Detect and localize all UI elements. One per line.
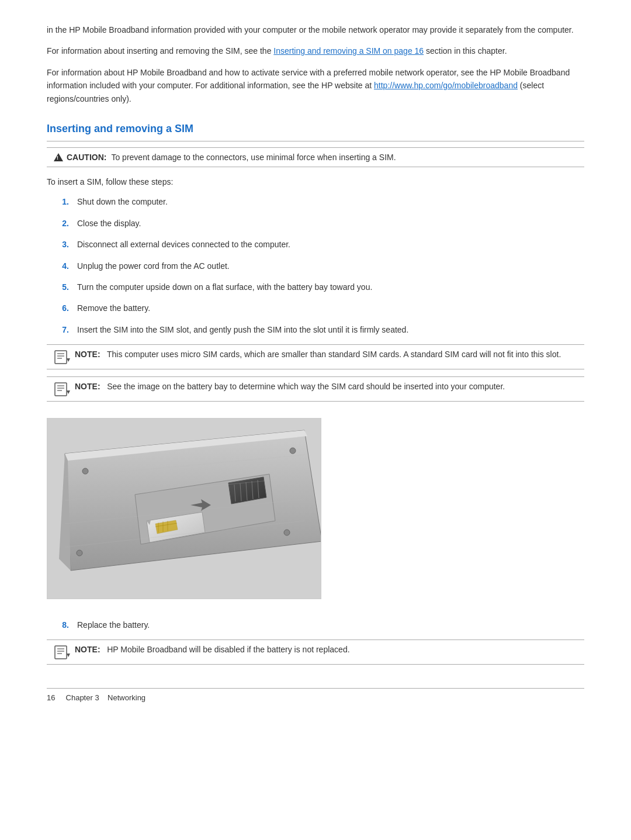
steps-list: 1. Shut down the computer. 2. Close the … [58, 195, 584, 336]
page-number: 16 Chapter 3 Networking [47, 693, 145, 702]
step-8: 8. Replace the battery. [58, 618, 584, 631]
step-1: 1. Shut down the computer. [58, 195, 584, 208]
section-divider [47, 141, 584, 141]
caution-label: CAUTION: [54, 153, 106, 162]
note-icon-3 [54, 645, 70, 659]
note3-text: HP Mobile Broadband will be disabled if … [107, 645, 349, 654]
note-icon-2 [54, 382, 70, 396]
step-6: 6. Remove the battery. [58, 302, 584, 314]
step-3: 3. Disconnect all external devices conne… [58, 238, 584, 251]
caution-box: CAUTION: To prevent damage to the connec… [47, 147, 584, 167]
step8-list: 8. Replace the battery. [58, 618, 584, 631]
svg-rect-0 [55, 351, 67, 364]
svg-point-27 [290, 448, 296, 454]
step-4: 4. Unplug the power cord from the AC out… [58, 260, 584, 272]
note1-text: This computer uses micro SIM cards, whic… [107, 350, 561, 359]
step-2: 2. Close the display. [58, 217, 584, 230]
intro-para-1: in the HP Mobile Broadband information p… [47, 23, 584, 36]
hp-website-link[interactable]: http://www.hp.com/go/mobilebroadband [374, 81, 518, 90]
caution-triangle-icon [54, 153, 63, 161]
note-box-3: NOTE: HP Mobile Broadband will be disabl… [47, 639, 584, 665]
note-box-2: NOTE: See the image on the battery bay t… [47, 376, 584, 402]
intro-para-3: For information about HP Mobile Broadban… [47, 66, 584, 105]
svg-rect-34 [55, 646, 67, 659]
note1-label: NOTE: [75, 350, 100, 359]
note2-text: See the image on the battery bay to dete… [107, 382, 505, 391]
step-5: 5. Turn the computer upside down on a fl… [58, 281, 584, 293]
section-heading: Inserting and removing a SIM [47, 123, 584, 135]
note3-label: NOTE: [75, 645, 100, 654]
page-footer: 16 Chapter 3 Networking [47, 688, 584, 702]
caution-text: To prevent damage to the connectors, use… [111, 153, 396, 162]
intro-para-2: For information about inserting and remo… [47, 44, 584, 57]
note-box-1: NOTE: This computer uses micro SIM cards… [47, 344, 584, 369]
steps-intro: To insert a SIM, follow these steps: [47, 175, 584, 188]
svg-rect-4 [55, 383, 67, 396]
sim-image [47, 418, 321, 599]
svg-point-28 [77, 550, 82, 556]
sim-link[interactable]: Inserting and removing a SIM on page 16 [273, 46, 424, 56]
page-content: in the HP Mobile Broadband information p… [47, 23, 584, 702]
svg-point-26 [82, 468, 88, 474]
note2-label: NOTE: [75, 382, 100, 391]
step-7: 7. Insert the SIM into the SIM slot, and… [58, 323, 584, 336]
note-icon-1 [54, 350, 70, 364]
svg-point-29 [284, 530, 290, 535]
